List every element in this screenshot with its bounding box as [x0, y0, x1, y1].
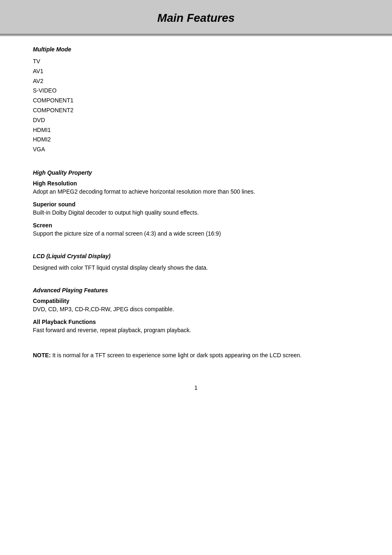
list-item: HDMI2 — [33, 135, 359, 145]
subsection-text-screen: Support the picture size of a normal scr… — [33, 229, 359, 238]
subsection-text-superior-sound: Built-in Dolby Digital decoder to output… — [33, 208, 359, 217]
page-number: 1 — [194, 384, 198, 391]
section-title-lcd: LCD (Liquid Crystal Display) — [33, 253, 359, 259]
subsection-title-high-resolution: High Resolution — [33, 180, 359, 187]
list-item: S-VIDEO — [33, 86, 359, 96]
subsection-title-screen: Screen — [33, 222, 359, 229]
subsection-superior-sound: Superior sound Built-in Dolby Digital de… — [33, 201, 359, 217]
page-footer: 1 — [0, 376, 392, 395]
subsection-text-all-playback: Fast forward and reverse, repeat playbac… — [33, 326, 359, 335]
list-item: AV2 — [33, 76, 359, 86]
list-item: COMPONENT2 — [33, 106, 359, 116]
subsection-title-compatibility: Compatibility — [33, 298, 359, 304]
subsection-compatibility: Compatibility DVD, CD, MP3, CD-R,CD-RW, … — [33, 298, 359, 314]
note-label: NOTE: — [33, 352, 51, 358]
subsection-high-resolution: High Resolution Adopt an MPEG2 decoding … — [33, 180, 359, 196]
list-item: DVD — [33, 116, 359, 125]
section-high-quality: High Quality Property High Resolution Ad… — [33, 169, 359, 238]
section-lcd: LCD (Liquid Crystal Display) Designed wi… — [33, 253, 359, 272]
list-item: COMPONENT1 — [33, 96, 359, 106]
list-item: TV — [33, 57, 359, 67]
section-advanced-playing: Advanced Playing Features Compatibility … — [33, 287, 359, 335]
list-item: AV1 — [33, 67, 359, 76]
list-item: HDMI1 — [33, 125, 359, 135]
section-title-multiple-mode: Multiple Mode — [33, 46, 359, 53]
mode-list: TV AV1 AV2 S-VIDEO COMPONENT1 COMPONENT2… — [33, 57, 359, 155]
subsection-screen: Screen Support the picture size of a nor… — [33, 222, 359, 238]
subsection-text-high-resolution: Adopt an MPEG2 decoding format to achiev… — [33, 187, 359, 196]
main-content: Multiple Mode TV AV1 AV2 S-VIDEO COMPONE… — [0, 36, 392, 376]
note-text: It is normal for a TFT screen to experie… — [51, 352, 302, 358]
subsection-title-superior-sound: Superior sound — [33, 201, 359, 208]
subsection-all-playback: All Playback Functions Fast forward and … — [33, 319, 359, 335]
section-multiple-mode: Multiple Mode TV AV1 AV2 S-VIDEO COMPONE… — [33, 46, 359, 155]
lcd-description: Designed with color TFT liquid crystal d… — [33, 264, 359, 272]
section-title-high-quality: High Quality Property — [33, 169, 359, 176]
section-title-advanced-playing: Advanced Playing Features — [33, 287, 359, 294]
list-item: VGA — [33, 145, 359, 155]
subsection-title-all-playback: All Playback Functions — [33, 319, 359, 325]
subsection-text-compatibility: DVD, CD, MP3, CD-R,CD-RW, JPEG discs com… — [33, 305, 359, 314]
page-title: Main Features — [157, 12, 235, 24]
page-header: Main Features — [0, 0, 392, 35]
note-section: NOTE: It is normal for a TFT screen to e… — [33, 351, 359, 360]
